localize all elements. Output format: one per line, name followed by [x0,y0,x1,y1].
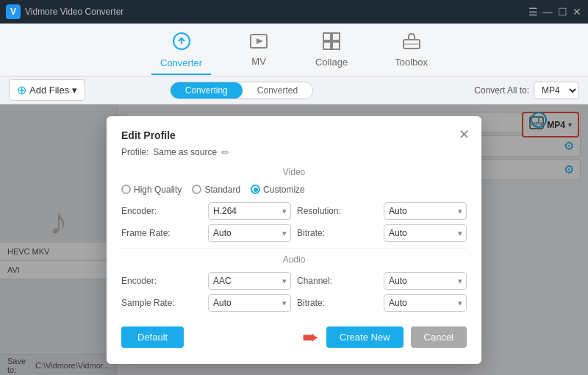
nav-toolbox-label: Toolbox [395,57,428,68]
mv-icon [249,33,268,54]
radio-high-quality[interactable]: High Quality [121,185,182,195]
default-button[interactable]: Default [121,326,184,348]
nav-bar: Converter MV Collage Toolbox [0,24,588,76]
menu-btn[interactable]: ☰ [528,7,538,17]
framerate-select[interactable]: Auto243060 [208,224,291,242]
radio-circle-standard [192,185,201,194]
channel-select[interactable]: AutoStereoMono [384,272,467,290]
channel-label: Channel: [297,276,378,286]
quality-radio-group: High Quality Standard Customize [121,185,467,195]
audio-fields: Encoder: AACMP3 Channel: AutoStereoMono … [121,272,467,312]
tab-group: Converting Converted [170,82,313,99]
nav-converter[interactable]: Converter [151,26,211,74]
app-title: Vidmore Video Converter [25,7,528,17]
samplerate-select[interactable]: Auto4410048000 [208,294,291,312]
radio-label-high: High Quality [134,185,182,195]
dropdown-arrow: ▾ [72,85,77,96]
app-logo: V [6,4,21,19]
video-bitrate-select[interactable]: Auto1000k2000k [384,224,467,242]
title-bar: V Vidmore Video Converter ☰ — ☐ ✕ [0,0,588,24]
framerate-select-wrapper: Auto243060 [208,224,291,242]
nav-collage[interactable]: Collage [306,26,356,74]
resolution-label: Resolution: [297,206,378,216]
convert-all-section: Convert All to: MP4 MKV AVI MOV [474,82,579,99]
encoder-label: Encoder: [121,206,202,216]
channel-select-wrapper: AutoStereoMono [384,272,467,290]
add-files-button[interactable]: ⊕ Add Files ▾ [9,79,85,101]
divider [121,248,467,249]
modal-title: Edit Profile [121,129,467,141]
nav-mv[interactable]: MV [240,27,277,73]
edit-profile-modal: Edit Profile ✕ Profile: Same as source ✏… [107,116,481,364]
svg-rect-4 [332,33,340,40]
audio-section-title: Audio [121,254,467,265]
samplerate-label: Sample Rate: [121,298,202,308]
video-bitrate-label: Bitrate: [297,228,378,238]
toolbar: ⊕ Add Files ▾ Converting Converted Conve… [0,76,588,104]
create-new-button[interactable]: Create New [326,326,404,348]
toolbox-icon [402,32,421,54]
profile-label: Profile: [121,147,148,157]
audio-encoder-select-wrapper: AACMP3 [208,272,291,290]
encoder-select-wrapper: H.264H.265MPEG-4 [208,202,291,220]
framerate-label: Frame Rate: [121,228,202,238]
modal-overlay: Edit Profile ✕ Profile: Same as source ✏… [0,104,588,375]
add-files-label: Add Files [29,85,69,96]
radio-standard[interactable]: Standard [192,185,240,195]
radio-label-standard: Standard [204,185,240,195]
resolution-select[interactable]: Auto1920x10801280x720 [384,202,467,220]
tab-converted[interactable]: Converted [243,82,312,99]
maximize-btn[interactable]: ☐ [557,7,567,17]
radio-circle-customize [251,185,260,194]
main-area: ♪ HEVC MKV AVI Save to: C:\Vidmore\Vidmo… [0,104,588,375]
video-bitrate-select-wrapper: Auto1000k2000k [384,224,467,242]
converter-icon [172,32,191,55]
video-section-title: Video [121,167,467,177]
cancel-button[interactable]: Cancel [411,326,467,348]
audio-bitrate-select-wrapper: Auto128k256k [384,294,467,312]
collage-icon [323,32,340,54]
window-controls: ☰ — ☐ ✕ [528,7,582,17]
modal-footer: Default ➨ Create New Cancel [121,325,467,349]
encoder-select[interactable]: H.264H.265MPEG-4 [208,202,291,220]
convert-all-label: Convert All to: [474,85,529,96]
radio-label-customize: Customize [263,185,305,195]
arrow-indicator: ➨ [302,325,319,349]
audio-encoder-select[interactable]: AACMP3 [208,272,291,290]
audio-encoder-label: Encoder: [121,276,202,286]
minimize-btn[interactable]: — [542,7,553,17]
nav-converter-label: Converter [160,57,202,68]
radio-circle-high [121,185,131,194]
radio-customize[interactable]: Customize [251,185,305,195]
plus-icon: ⊕ [17,83,26,97]
profile-row: Profile: Same as source ✏ [121,147,467,158]
nav-toolbox[interactable]: Toolbox [386,26,437,74]
nav-mv-label: MV [251,56,266,67]
profile-value: Same as source [153,147,217,157]
edit-profile-icon[interactable]: ✏ [221,147,229,158]
convert-all-format-select[interactable]: MP4 MKV AVI MOV [534,82,579,99]
nav-collage-label: Collage [315,57,348,68]
audio-bitrate-label: Bitrate: [297,298,378,308]
video-fields: Encoder: H.264H.265MPEG-4 Resolution: Au… [121,202,467,242]
resolution-select-wrapper: Auto1920x10801280x720 [384,202,467,220]
audio-bitrate-select[interactable]: Auto128k256k [384,294,467,312]
svg-rect-6 [332,42,340,49]
samplerate-select-wrapper: Auto4410048000 [208,294,291,312]
modal-close-button[interactable]: ✕ [459,126,470,143]
svg-rect-3 [323,33,331,40]
svg-rect-5 [323,42,331,49]
tab-converting[interactable]: Converting [171,82,243,99]
close-btn[interactable]: ✕ [572,7,582,17]
